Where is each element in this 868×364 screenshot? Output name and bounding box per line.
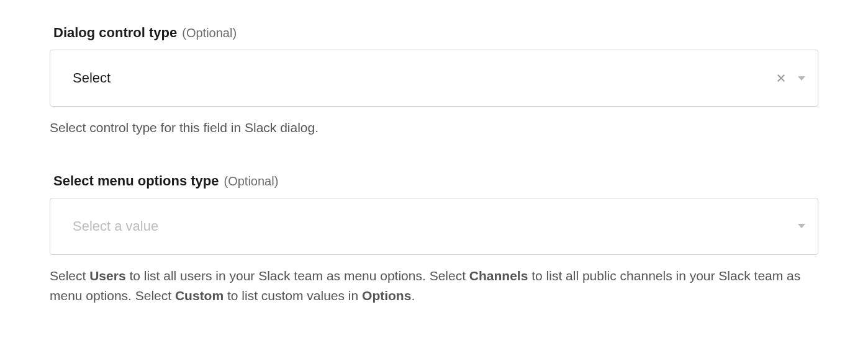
dialog-control-type-group: Dialog control type (Optional) Select Se… [50,25,818,138]
help-text-segment: . [411,288,415,303]
dialog-control-type-label: Dialog control type [53,25,177,41]
select-menu-options-type-label: Select menu options type [53,173,219,189]
help-text-bold: Options [362,288,411,303]
help-text-segment: to list all users in your Slack team as … [126,269,469,283]
help-text-bold: Custom [175,288,224,303]
help-text: Select control type for this field in Sl… [50,118,818,138]
field-label: Dialog control type (Optional) [50,25,818,41]
optional-hint: (Optional) [182,26,237,40]
chevron-down-icon[interactable] [798,76,805,81]
optional-hint: (Optional) [224,174,279,189]
help-text: Select Users to list all users in your S… [50,266,818,306]
dialog-control-type-select[interactable]: Select [50,50,818,107]
select-menu-options-type-select[interactable]: Select a value [50,198,818,255]
field-label: Select menu options type (Optional) [50,173,818,189]
select-icons [775,73,805,84]
select-menu-options-type-group: Select menu options type (Optional) Sele… [50,173,818,306]
chevron-down-icon[interactable] [798,224,805,228]
help-text-segment: to list custom values in [224,288,362,303]
help-text-bold: Channels [469,269,528,283]
select-placeholder: Select a value [73,218,798,234]
select-icons [798,224,805,228]
help-text-bold: Users [89,269,125,283]
close-icon[interactable] [775,73,787,84]
help-text-segment: Select [50,269,89,283]
select-value: Select [73,70,775,86]
